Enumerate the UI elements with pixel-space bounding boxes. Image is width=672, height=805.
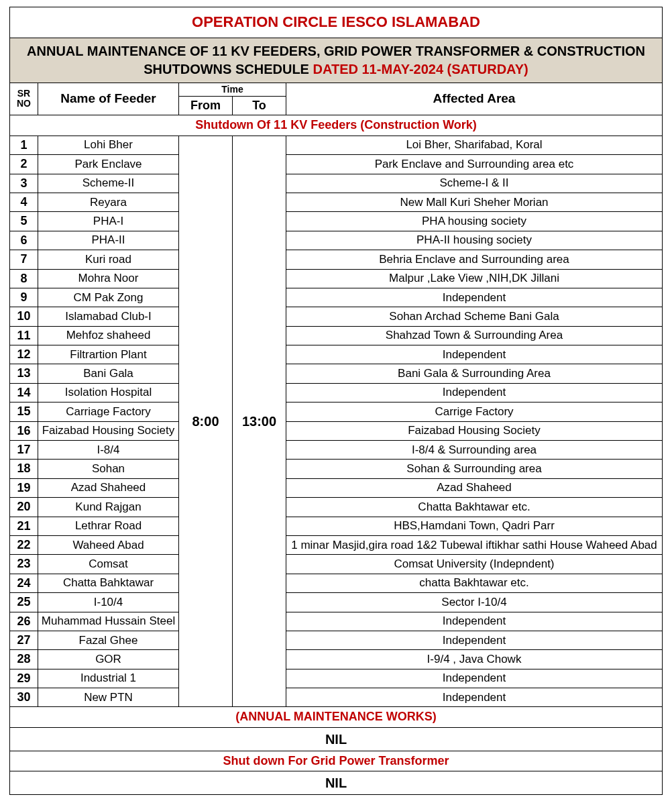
annual-nil: NIL bbox=[10, 727, 663, 751]
feeder-cell: Lohi Bher bbox=[38, 136, 179, 154]
sr-cell: 6 bbox=[10, 231, 38, 250]
table-row: 12Filtrartion PlantIndependent bbox=[10, 345, 663, 364]
sr-cell: 29 bbox=[10, 669, 38, 688]
area-cell: Independent bbox=[286, 345, 663, 364]
page-title: OPERATION CIRCLE IESCO ISLAMABAD bbox=[10, 7, 663, 38]
feeder-cell: Fazal Ghee bbox=[38, 631, 179, 649]
area-cell: Independent bbox=[286, 383, 663, 402]
area-cell: Sohan Archad Scheme Bani Gala bbox=[286, 307, 663, 326]
table-row: 3Scheme-IIScheme-I & II bbox=[10, 174, 663, 193]
sr-cell: 11 bbox=[10, 326, 38, 345]
sr-cell: 2 bbox=[10, 155, 38, 174]
header-feeder: Name of Feeder bbox=[38, 83, 179, 115]
table-row: 7Kuri roadBehria Enclave and Surrounding… bbox=[10, 250, 663, 269]
sr-cell: 10 bbox=[10, 307, 38, 326]
sr-cell: 1 bbox=[10, 136, 38, 154]
sr-cell: 5 bbox=[10, 212, 38, 231]
grid-nil: NIL bbox=[10, 771, 663, 795]
section-construction: Shutdown Of 11 KV Feeders (Construction … bbox=[10, 115, 663, 136]
table-row: 6PHA-IIPHA-II housing society bbox=[10, 231, 663, 250]
sr-cell: 19 bbox=[10, 478, 38, 497]
section-annual-maintenance: (ANNUAL MAINTENANCE WORKS) bbox=[10, 707, 663, 727]
area-cell: Independent bbox=[286, 631, 663, 649]
area-cell: chatta Bakhtawar etc. bbox=[286, 574, 663, 592]
table-row: 2Park EnclavePark Enclave and Surroundin… bbox=[10, 155, 663, 174]
sr-cell: 17 bbox=[10, 441, 38, 460]
table-row: 18SohanSohan & Surrounding area bbox=[10, 460, 663, 478]
table-row: 14Isolation HospitalIndependent bbox=[10, 383, 663, 402]
area-cell: Independent bbox=[286, 612, 663, 631]
sr-cell: 14 bbox=[10, 383, 38, 402]
sr-cell: 25 bbox=[10, 593, 38, 612]
sr-cell: 7 bbox=[10, 250, 38, 269]
table-row: 11Mehfoz shaheedShahzad Town & Surroundi… bbox=[10, 326, 663, 345]
area-cell: Comsat University (Indepndent) bbox=[286, 555, 663, 574]
table-row: 27Fazal GheeIndependent bbox=[10, 631, 663, 649]
area-cell: Malpur ,Lake View ,NIH,DK Jillani bbox=[286, 269, 663, 288]
feeder-cell: Isolation Hospital bbox=[38, 383, 179, 402]
table-row: 19Azad ShaheedAzad Shaheed bbox=[10, 478, 663, 497]
section-annual-label: (ANNUAL MAINTENANCE WORKS) bbox=[10, 707, 663, 727]
feeder-cell: Park Enclave bbox=[38, 155, 179, 174]
time-from-cell: 8:00 bbox=[179, 136, 233, 707]
sr-cell: 9 bbox=[10, 288, 38, 307]
time-to-cell: 13:00 bbox=[233, 136, 286, 707]
title-row: OPERATION CIRCLE IESCO ISLAMABAD bbox=[10, 7, 663, 38]
area-cell: New Mall Kuri Sheher Morian bbox=[286, 193, 663, 211]
section-grid-transformer: Shut down For Grid Power Transformer bbox=[10, 751, 663, 771]
feeder-cell: Kund Rajgan bbox=[38, 498, 179, 517]
sr-cell: 15 bbox=[10, 402, 38, 421]
area-cell: Carrige Factory bbox=[286, 402, 663, 421]
feeder-cell: PHA-II bbox=[38, 231, 179, 250]
area-cell: Behria Enclave and Surrounding area bbox=[286, 250, 663, 269]
area-cell: Park Enclave and Surrounding area etc bbox=[286, 155, 663, 174]
feeder-cell: Comsat bbox=[38, 555, 179, 574]
feeder-cell: Muhammad Hussain Steel bbox=[38, 612, 179, 631]
area-cell: Independent bbox=[286, 288, 663, 307]
area-cell: Bani Gala & Surrounding Area bbox=[286, 364, 663, 383]
schedule-table: OPERATION CIRCLE IESCO ISLAMABAD ANNUAL … bbox=[9, 7, 663, 795]
header-from: From bbox=[179, 96, 233, 115]
area-cell: PHA-II housing society bbox=[286, 231, 663, 250]
header-area: Affected Area bbox=[286, 83, 663, 115]
area-cell: I-9/4 , Java Chowk bbox=[286, 650, 663, 669]
table-row: 1Lohi Bher8:0013:00Loi Bher, Sharifabad,… bbox=[10, 136, 663, 154]
sr-cell: 26 bbox=[10, 612, 38, 631]
feeder-cell: Waheed Abad bbox=[38, 535, 179, 554]
header-row-1: SR NO Name of Feeder Time Affected Area bbox=[10, 83, 663, 96]
feeder-cell: Mehfoz shaheed bbox=[38, 326, 179, 345]
feeder-cell: Bani Gala bbox=[38, 364, 179, 383]
area-cell: Independent bbox=[286, 688, 663, 707]
feeder-cell: PHA-I bbox=[38, 212, 179, 231]
sr-cell: 30 bbox=[10, 688, 38, 707]
table-row: 21Lethrar RoadHBS,Hamdani Town, Qadri Pa… bbox=[10, 517, 663, 535]
feeder-cell: Chatta Bahktawar bbox=[38, 574, 179, 592]
area-cell: Azad Shaheed bbox=[286, 478, 663, 497]
sr-cell: 21 bbox=[10, 517, 38, 535]
sr-cell: 23 bbox=[10, 555, 38, 574]
table-row: 9CM Pak ZongIndependent bbox=[10, 288, 663, 307]
sr-cell: 3 bbox=[10, 174, 38, 193]
feeder-cell: I-10/4 bbox=[38, 593, 179, 612]
table-row: 20Kund RajganChatta Bakhtawar etc. bbox=[10, 498, 663, 517]
feeder-cell: Filtrartion Plant bbox=[38, 345, 179, 364]
sr-cell: 24 bbox=[10, 574, 38, 592]
sr-cell: 13 bbox=[10, 364, 38, 383]
section-grid-label: Shut down For Grid Power Transformer bbox=[10, 751, 663, 771]
grid-nil-row: NIL bbox=[10, 771, 663, 795]
sr-cell: 20 bbox=[10, 498, 38, 517]
feeder-cell: Faizabad Housing Society bbox=[38, 421, 179, 440]
area-cell: I-8/4 & Surrounding area bbox=[286, 441, 663, 460]
sr-cell: 16 bbox=[10, 421, 38, 440]
feeder-cell: Carriage Factory bbox=[38, 402, 179, 421]
subtitle-row: ANNUAL MAINTENANCE OF 11 KV FEEDERS, GRI… bbox=[10, 38, 663, 83]
area-cell: Chatta Bakhtawar etc. bbox=[286, 498, 663, 517]
table-row: 25I-10/4Sector I-10/4 bbox=[10, 593, 663, 612]
header-sr: SR NO bbox=[10, 83, 38, 115]
table-row: 13Bani GalaBani Gala & Surrounding Area bbox=[10, 364, 663, 383]
section-construction-label: Shutdown Of 11 KV Feeders (Construction … bbox=[10, 115, 663, 136]
feeder-cell: Scheme-II bbox=[38, 174, 179, 193]
table-row: 22Waheed Abad1 minar Masjid,gira road 1&… bbox=[10, 535, 663, 554]
sr-cell: 27 bbox=[10, 631, 38, 649]
feeder-cell: Kuri road bbox=[38, 250, 179, 269]
